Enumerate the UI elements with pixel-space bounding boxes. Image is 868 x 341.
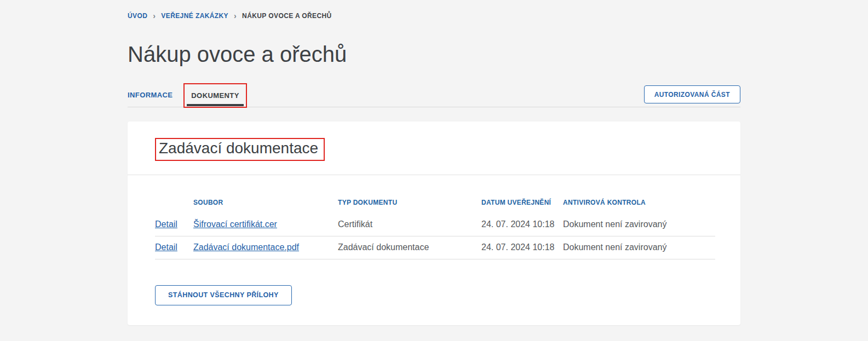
antivirus-status: Dokument není zavirovaný	[563, 242, 715, 252]
documents-card: Zadávací dokumentace SOUBOR TYP DOKUMENT…	[128, 122, 740, 325]
breadcrumb-link-verejne-zakazky[interactable]: VEŘEJNÉ ZAKÁZKY	[161, 12, 228, 20]
column-header-antivirova-kontrola: ANTIVIROVÁ KONTROLA	[563, 199, 715, 206]
detail-link[interactable]: Detail	[155, 242, 177, 252]
published-date: 24. 07. 2024 10:18	[481, 219, 563, 229]
tab-bar: INFORMACE DOKUMENTY AUTORIZOVANÁ ČÁST	[128, 83, 740, 107]
table-row: Detail Zadávací dokumentace.pdf Zadávací…	[155, 236, 715, 259]
column-header-datum-uverejneni: DATUM UVEŘEJNĚNÍ	[481, 199, 563, 206]
page-content: ÚVOD › VEŘEJNÉ ZAKÁZKY › NÁKUP OVOCE A O…	[128, 0, 740, 325]
authorized-section-button[interactable]: AUTORIZOVANÁ ČÁST	[644, 85, 740, 103]
document-type: Zadávací dokumentace	[338, 242, 481, 252]
annotation-box-heading: Zadávací dokumentace	[155, 138, 325, 161]
page-title: Nákup ovoce a ořechů	[128, 42, 740, 67]
antivirus-status: Dokument není zavirovaný	[563, 219, 715, 229]
file-link[interactable]: Zadávací dokumentace.pdf	[193, 242, 299, 252]
column-header-typ-dokumentu: TYP DOKUMENTU	[338, 199, 481, 206]
section-heading: Zadávací dokumentace	[159, 139, 318, 158]
breadcrumb-current: NÁKUP OVOCE A OŘECHŮ	[242, 12, 332, 20]
document-type: Certifikát	[338, 219, 481, 229]
published-date: 24. 07. 2024 10:18	[481, 242, 563, 252]
breadcrumb-link-uvod[interactable]: ÚVOD	[128, 12, 147, 20]
tab-informace[interactable]: INFORMACE	[128, 83, 173, 107]
file-link[interactable]: Šifrovací certifikát.cer	[193, 219, 277, 229]
chevron-right-icon: ›	[153, 12, 156, 20]
table-header-row: SOUBOR TYP DOKUMENTU DATUM UVEŘEJNĚNÍ AN…	[155, 192, 715, 213]
column-header-soubor: SOUBOR	[193, 199, 338, 206]
chevron-right-icon: ›	[234, 12, 237, 20]
breadcrumb: ÚVOD › VEŘEJNÉ ZAKÁZKY › NÁKUP OVOCE A O…	[128, 0, 740, 20]
table-row: Detail Šifrovací certifikát.cer Certifik…	[155, 213, 715, 236]
card-body: SOUBOR TYP DOKUMENTU DATUM UVEŘEJNĚNÍ AN…	[128, 192, 740, 325]
tab-dokumenty[interactable]: DOKUMENTY	[191, 91, 239, 100]
detail-link[interactable]: Detail	[155, 219, 177, 229]
card-header: Zadávací dokumentace	[128, 122, 740, 175]
download-all-attachments-button[interactable]: STÁHNOUT VŠECHNY PŘÍLOHY	[155, 285, 292, 305]
annotation-box-dokumenty: DOKUMENTY	[183, 83, 246, 108]
documents-table: SOUBOR TYP DOKUMENTU DATUM UVEŘEJNĚNÍ AN…	[155, 192, 715, 259]
